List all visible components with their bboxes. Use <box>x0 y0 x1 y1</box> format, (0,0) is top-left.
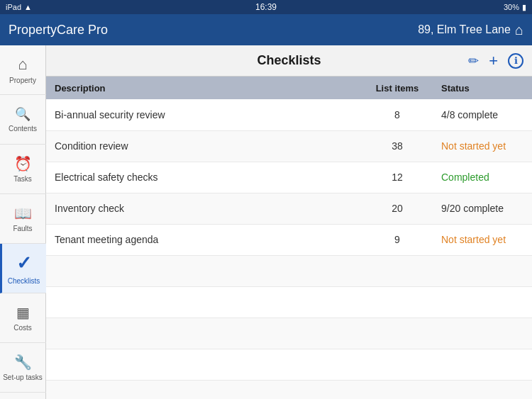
sidebar-label-checklists: Checklists <box>8 277 40 285</box>
sidebar-item-contents[interactable]: 🔍 Contents <box>0 95 46 145</box>
main-layout: ⌂ Property 🔍 Contents ⏰ Tasks 📖 Faults ✓… <box>0 45 532 399</box>
app-name: PropertyCare Pro <box>9 23 108 38</box>
empty-row <box>46 380 532 399</box>
checklist-table: Description List items Status Bi-annual … <box>46 77 532 399</box>
row-list-items: 9 <box>362 224 433 255</box>
empty-row <box>46 317 532 349</box>
status-bar-time: 16:39 <box>255 2 277 12</box>
sidebar-label-costs: Costs <box>13 324 32 332</box>
status-bar: iPad ▲ 16:39 30% ▮ <box>0 0 532 14</box>
device-label: iPad <box>6 3 21 11</box>
add-button[interactable]: + <box>489 52 498 70</box>
empty-row <box>46 255 532 286</box>
row-status: Not started yet <box>433 130 532 162</box>
sidebar-label-faults: Faults <box>13 225 32 232</box>
costs-icon: ▦ <box>16 304 30 321</box>
content-header: Checklists ✏ + ℹ <box>46 45 532 77</box>
info-button[interactable]: ℹ <box>508 53 523 69</box>
contents-icon: 🔍 <box>15 106 31 122</box>
sidebar-item-faults[interactable]: 📖 Faults <box>0 194 46 244</box>
content-area: Checklists ✏ + ℹ Description List items … <box>46 45 532 399</box>
row-description: Electrical safety checks <box>46 162 362 193</box>
wifi-icon: ▲ <box>24 3 32 11</box>
status-bar-right: 30% ▮ <box>504 3 526 12</box>
sidebar-item-property[interactable]: ⌂ Property <box>0 45 46 95</box>
row-list-items: 12 <box>362 162 433 193</box>
property-icon: ⌂ <box>18 55 27 74</box>
empty-row <box>46 349 532 380</box>
row-description: Condition review <box>46 130 362 162</box>
sidebar-label-setup-tasks: Set-up tasks <box>3 373 43 381</box>
faults-icon: 📖 <box>14 205 32 222</box>
table-row[interactable]: Bi-annual security review84/8 complete <box>46 99 532 130</box>
header-actions: ✏ + ℹ <box>468 52 523 70</box>
title-bar: PropertyCare Pro 89, Elm Tree Lane ⌂ <box>0 14 532 45</box>
title-bar-right: 89, Elm Tree Lane ⌂ <box>418 22 523 38</box>
sidebar: ⌂ Property 🔍 Contents ⏰ Tasks 📖 Faults ✓… <box>0 45 46 399</box>
table-header-row: Description List items Status <box>46 77 532 99</box>
empty-row <box>46 286 532 317</box>
edit-button[interactable]: ✏ <box>468 53 479 69</box>
row-list-items: 38 <box>362 130 433 162</box>
battery-label: 30% <box>504 3 519 11</box>
checklist-table-container: Description List items Status Bi-annual … <box>46 77 532 399</box>
row-list-items: 20 <box>362 193 433 224</box>
row-description: Bi-annual security review <box>46 99 362 130</box>
row-status: Completed <box>433 162 532 193</box>
row-list-items: 8 <box>362 99 433 130</box>
table-row[interactable]: Tenant meeting agenda9Not started yet <box>46 224 532 255</box>
table-row[interactable]: Electrical safety checks12Completed <box>46 162 532 193</box>
page-title: Checklists <box>257 53 321 68</box>
sidebar-label-contents: Contents <box>9 125 37 133</box>
sidebar-item-tasks[interactable]: ⏰ Tasks <box>0 145 46 194</box>
setup-tasks-icon: 🔧 <box>14 354 32 371</box>
property-address: 89, Elm Tree Lane <box>418 23 511 36</box>
status-bar-left: iPad ▲ <box>6 3 32 11</box>
row-description: Tenant meeting agenda <box>46 224 362 255</box>
home-icon[interactable]: ⌂ <box>515 22 523 38</box>
table-row[interactable]: Condition review38Not started yet <box>46 130 532 162</box>
sidebar-item-costs[interactable]: ▦ Costs <box>0 293 46 343</box>
row-status: 9/20 complete <box>433 193 532 224</box>
checklists-icon: ✓ <box>16 252 32 274</box>
tasks-icon: ⏰ <box>14 155 32 172</box>
sidebar-label-property: Property <box>9 77 36 84</box>
col-header-list-items: List items <box>362 77 433 99</box>
sidebar-item-checklists[interactable]: ✓ Checklists <box>0 244 46 293</box>
sidebar-item-setup-tasks[interactable]: 🔧 Set-up tasks <box>0 343 46 393</box>
sidebar-label-tasks: Tasks <box>13 175 32 183</box>
battery-icon: ▮ <box>522 3 526 12</box>
col-header-description: Description <box>46 77 362 99</box>
row-status: 4/8 complete <box>433 99 532 130</box>
col-header-status: Status <box>433 77 532 99</box>
row-description: Inventory check <box>46 193 362 224</box>
row-status: Not started yet <box>433 224 532 255</box>
table-row[interactable]: Inventory check209/20 complete <box>46 193 532 224</box>
